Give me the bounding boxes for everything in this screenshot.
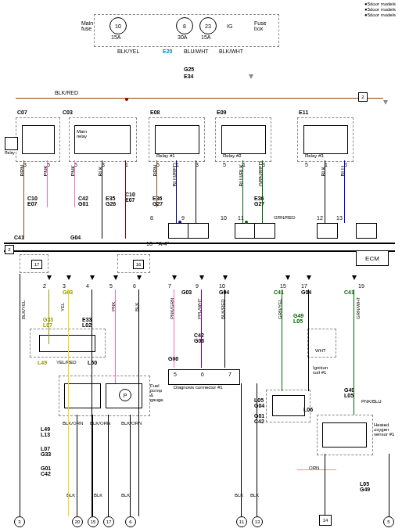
grn-wht-l: GRN/WHT <box>356 297 361 319</box>
ad2 <box>66 275 71 280</box>
fpv4 <box>130 415 131 516</box>
ground-14-box: 14 <box>319 515 332 526</box>
ad10 <box>285 275 290 280</box>
w6 <box>156 160 157 207</box>
w1 <box>23 160 24 239</box>
main-relay-text: Mainrelay <box>77 129 87 138</box>
nl19: 19 <box>358 283 364 289</box>
w10 <box>262 160 263 223</box>
yel-red-l: YEL/RED <box>56 360 77 365</box>
nl4: 4 <box>86 283 89 289</box>
relay1-text: Relay #1 <box>156 153 175 158</box>
ground-11: 11 <box>236 516 247 527</box>
vw5 <box>115 289 116 383</box>
blk-wht-1: BLK/WHT <box>219 49 243 54</box>
nl5: 5 <box>109 283 113 289</box>
w2 <box>47 160 48 207</box>
ad8 <box>223 275 228 280</box>
vw2 <box>48 289 49 344</box>
c03-label: C03 <box>63 110 73 115</box>
ground-arrow-top-2 <box>383 100 388 105</box>
diag-7: 7 <box>228 372 232 377</box>
e34-label: E34 <box>184 74 193 79</box>
ind-16 <box>117 254 150 273</box>
blk-orn-1: BLK/ORN <box>63 421 83 426</box>
vw6 <box>138 289 139 516</box>
load-3 <box>235 223 256 239</box>
ad7 <box>199 275 204 280</box>
w4 <box>102 160 102 239</box>
g03-c: G03 <box>181 289 192 295</box>
fpv1 <box>77 415 77 516</box>
blk-red-bus: BLK/RED <box>55 90 78 95</box>
blk-yel-1: BLK/YEL <box>117 49 139 54</box>
blk-b2: BLK <box>94 493 102 498</box>
c42-label: C42G06 <box>194 332 204 343</box>
diag-6: 6 <box>201 372 204 377</box>
gauge-box <box>39 335 95 352</box>
e20-label: E20 <box>163 49 172 54</box>
l49: L49 <box>38 360 47 365</box>
fuse-10: 10 <box>109 17 127 34</box>
g25-label: G25 <box>184 66 194 72</box>
fuse-10-amp: 15A <box>111 34 120 40</box>
wht-dash <box>307 329 336 358</box>
load-1 <box>168 223 189 239</box>
g01-c42: G01C42 <box>41 466 51 476</box>
vw9 <box>224 289 225 368</box>
relay-e11 <box>303 125 348 154</box>
l49-l13: L49L13 <box>41 426 50 437</box>
ground-17: 17 <box>103 516 114 527</box>
box-2-top: 2 <box>358 92 368 102</box>
fuse-23-amp: 15A <box>201 34 210 40</box>
relay-e08 <box>155 125 199 154</box>
yel-l: YEL <box>60 303 65 311</box>
vw7 <box>174 289 174 368</box>
w8 <box>196 160 196 223</box>
blu-wht-1: BLU/WHT <box>184 49 209 54</box>
main-fuse-label: Mainfuse <box>81 20 93 31</box>
ad11 <box>307 275 311 280</box>
t12: 5 <box>305 162 308 167</box>
nl6: 6 <box>133 283 136 289</box>
mid-bus <box>4 243 395 244</box>
relay2-text: Relay #2 <box>223 153 242 158</box>
relay-text: Relay <box>5 150 15 155</box>
dot1 <box>178 221 181 224</box>
ground-20: 20 <box>72 516 83 527</box>
nl2: 2 <box>43 283 46 289</box>
nl10: 10 <box>219 283 225 289</box>
vw13 <box>308 289 309 391</box>
blk-br1: BLK <box>235 493 243 498</box>
nl9: 9 <box>196 283 199 289</box>
grn-red-2: GRN/RED <box>274 215 296 220</box>
ad1 <box>47 275 52 280</box>
n17-box: 17 <box>31 260 42 269</box>
nl15: 15 <box>280 283 286 289</box>
t9: 5 <box>223 162 226 167</box>
relay-label-box <box>5 137 18 150</box>
l50: L50 <box>88 360 97 365</box>
vw11 <box>257 383 257 516</box>
ignition-box <box>272 395 305 416</box>
o2-label: Heatedoxygensensor #1 <box>374 422 394 437</box>
w12 <box>344 160 345 223</box>
vw3 <box>68 289 69 516</box>
load-4 <box>254 223 275 239</box>
n13: 13 <box>336 215 343 221</box>
diag-5: 5 <box>174 372 177 377</box>
load-6 <box>356 223 377 239</box>
vw15 <box>354 289 354 415</box>
e08-label: E08 <box>150 110 160 115</box>
w3 <box>74 160 75 207</box>
ground-3: 3 <box>14 516 25 527</box>
ad3 <box>90 275 95 280</box>
vw16 <box>389 454 389 516</box>
nl7: 7 <box>168 283 171 289</box>
fuse-box-label: Fusebox <box>254 20 267 31</box>
vw10 <box>241 383 242 516</box>
nl17b: 17 <box>301 283 307 289</box>
c07-label: C07 <box>17 110 27 115</box>
load-5 <box>317 223 338 239</box>
ad12 <box>352 275 357 280</box>
